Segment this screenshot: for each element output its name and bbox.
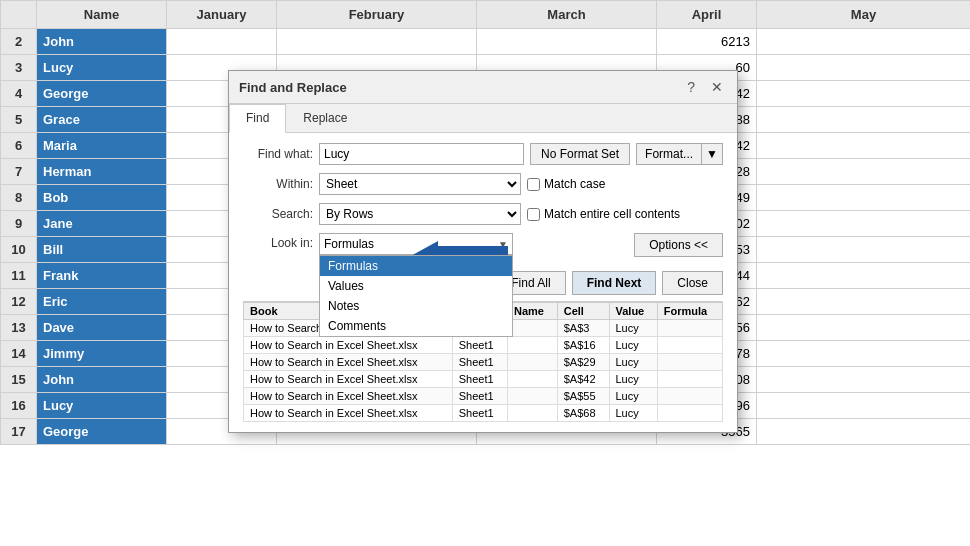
extra-cell[interactable]: [757, 341, 971, 367]
name-cell[interactable]: Maria: [37, 133, 167, 159]
extra-cell[interactable]: [757, 133, 971, 159]
row-number: 9: [1, 211, 37, 237]
name-cell[interactable]: Bob: [37, 185, 167, 211]
results-cell-sheet: Sheet1: [452, 371, 507, 388]
look-in-label: Look in:: [243, 233, 313, 250]
results-cell-name: [508, 354, 558, 371]
col-header-e[interactable]: April: [657, 1, 757, 29]
extra-cell[interactable]: [757, 419, 971, 445]
match-entire-checkbox[interactable]: [527, 208, 540, 221]
look-in-option-notes[interactable]: Notes: [320, 296, 512, 316]
col-header-a[interactable]: Name: [37, 1, 167, 29]
find-next-button[interactable]: Find Next: [572, 271, 657, 295]
look-in-value: Formulas: [324, 237, 374, 251]
results-cell-formula: [657, 371, 722, 388]
results-cell-name: [508, 371, 558, 388]
extra-cell[interactable]: [757, 315, 971, 341]
results-row[interactable]: How to Search in Excel Sheet.xlsxSheet1$…: [244, 405, 723, 422]
name-cell[interactable]: Lucy: [37, 55, 167, 81]
within-label: Within:: [243, 177, 313, 191]
search-label: Search:: [243, 207, 313, 221]
extra-cell[interactable]: [757, 237, 971, 263]
name-cell[interactable]: Dave: [37, 315, 167, 341]
look-in-option-formulas[interactable]: Formulas: [320, 256, 512, 276]
name-cell[interactable]: John: [37, 367, 167, 393]
data-cell[interactable]: [477, 29, 657, 55]
results-cell-book: How to Search in Excel Sheet.xlsx: [244, 405, 453, 422]
name-cell[interactable]: Jimmy: [37, 341, 167, 367]
extra-cell[interactable]: [757, 289, 971, 315]
look-in-menu: Formulas Values Notes Comments: [319, 255, 513, 337]
name-cell[interactable]: Frank: [37, 263, 167, 289]
extra-cell[interactable]: [757, 159, 971, 185]
extra-cell[interactable]: [757, 367, 971, 393]
no-format-button[interactable]: No Format Set: [530, 143, 630, 165]
results-cell-book: How to Search in Excel Sheet.xlsx: [244, 337, 453, 354]
extra-cell[interactable]: [757, 81, 971, 107]
row-number: 4: [1, 81, 37, 107]
name-cell[interactable]: George: [37, 419, 167, 445]
name-cell[interactable]: Eric: [37, 289, 167, 315]
name-cell[interactable]: George: [37, 81, 167, 107]
look-in-dropdown[interactable]: Formulas ▼ Formulas Values Notes Comment…: [319, 233, 513, 255]
match-case-label[interactable]: Match case: [527, 177, 605, 191]
value-cell[interactable]: 6213: [657, 29, 757, 55]
extra-cell[interactable]: [757, 107, 971, 133]
results-cell-sheet: Sheet1: [452, 354, 507, 371]
search-select[interactable]: By Rows By Columns: [319, 203, 521, 225]
find-what-input[interactable]: [319, 143, 524, 165]
extra-cell[interactable]: [757, 55, 971, 81]
tab-find[interactable]: Find: [229, 104, 286, 133]
data-cell[interactable]: [277, 29, 477, 55]
extra-cell[interactable]: [757, 185, 971, 211]
look-in-option-comments[interactable]: Comments: [320, 316, 512, 336]
results-row[interactable]: How to Search in Excel Sheet.xlsxSheet1$…: [244, 371, 723, 388]
tab-replace[interactable]: Replace: [286, 104, 364, 132]
data-cell[interactable]: [167, 29, 277, 55]
results-row[interactable]: How to Search in Excel Sheet.xlsxSheet1$…: [244, 337, 723, 354]
col-header-b[interactable]: January: [167, 1, 277, 29]
col-header-c[interactable]: February: [277, 1, 477, 29]
extra-cell[interactable]: [757, 29, 971, 55]
name-cell[interactable]: Lucy: [37, 393, 167, 419]
name-cell[interactable]: Bill: [37, 237, 167, 263]
name-cell[interactable]: Jane: [37, 211, 167, 237]
extra-cell[interactable]: [757, 393, 971, 419]
format-main-button[interactable]: Format...: [636, 143, 701, 165]
options-button[interactable]: Options <<: [634, 233, 723, 257]
look-in-selected[interactable]: Formulas ▼: [319, 233, 513, 255]
find-replace-dialog: Find and Replace ? ✕ Find Replace Find w…: [228, 70, 738, 433]
col-header-d[interactable]: March: [477, 1, 657, 29]
extra-cell[interactable]: [757, 211, 971, 237]
dialog-close-x-button[interactable]: ✕: [707, 77, 727, 97]
results-cell-book: How to Search in Excel Sheet.xlsx: [244, 388, 453, 405]
spreadsheet-container: Name January February March April May 2J…: [0, 0, 970, 546]
results-cell-formula: [657, 388, 722, 405]
results-col-name: Name: [508, 303, 558, 320]
results-row[interactable]: How to Search in Excel Sheet.xlsxSheet1$…: [244, 388, 723, 405]
results-row[interactable]: How to Search in Excel Sheet.xlsxSheet1$…: [244, 354, 723, 371]
results-col-value: Value: [609, 303, 657, 320]
col-header-f[interactable]: May: [757, 1, 971, 29]
results-cell-value: Lucy: [609, 371, 657, 388]
row-number: 13: [1, 315, 37, 341]
name-cell[interactable]: Herman: [37, 159, 167, 185]
match-case-checkbox[interactable]: [527, 178, 540, 191]
row-number: 17: [1, 419, 37, 445]
within-select[interactable]: Sheet Workbook: [319, 173, 521, 195]
match-entire-label[interactable]: Match entire cell contents: [527, 207, 680, 221]
extra-cell[interactable]: [757, 263, 971, 289]
look-in-option-values[interactable]: Values: [320, 276, 512, 296]
results-cell-name: [508, 405, 558, 422]
format-arrow-button[interactable]: ▼: [701, 143, 723, 165]
row-number: 7: [1, 159, 37, 185]
results-cell-formula: [657, 405, 722, 422]
within-row: Within: Sheet Workbook Match case: [243, 173, 723, 195]
dialog-help-button[interactable]: ?: [683, 77, 699, 97]
row-number: 12: [1, 289, 37, 315]
name-cell[interactable]: Grace: [37, 107, 167, 133]
results-cell-name: [508, 388, 558, 405]
close-dialog-button[interactable]: Close: [662, 271, 723, 295]
name-cell[interactable]: John: [37, 29, 167, 55]
dialog-body: Find what: No Format Set Format... ▼ Wit…: [229, 133, 737, 432]
